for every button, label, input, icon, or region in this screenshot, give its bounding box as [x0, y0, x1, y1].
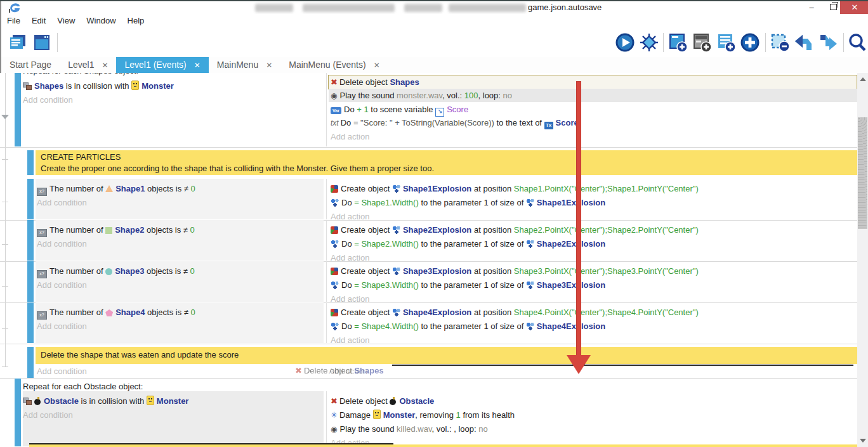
particle-icon: [526, 281, 534, 289]
menu-help[interactable]: Help: [122, 14, 150, 25]
text-segment: Do: [341, 321, 354, 331]
search-icon[interactable]: [847, 32, 867, 53]
add-event-icon[interactable]: [667, 32, 688, 53]
debug-icon[interactable]: [639, 32, 659, 53]
redo-icon[interactable]: [818, 32, 838, 53]
collision-icon: [23, 398, 32, 405]
condition-row[interactable]: x?The number of Shape4 objects is ≠ 0: [37, 306, 195, 319]
add-circle-icon[interactable]: [740, 32, 760, 53]
delete-icon: ✖: [331, 394, 338, 408]
tab-level1-events-[interactable]: Level1 (Events)✕: [116, 57, 208, 73]
tab-close-icon[interactable]: ✕: [266, 58, 272, 74]
action-row[interactable]: ✖Delete object Shapes: [331, 75, 419, 89]
scroll-up-icon[interactable]: [860, 77, 866, 81]
action-row[interactable]: Create object Shape4Explosion at positio…: [331, 306, 699, 319]
text-segment: Delete object: [339, 396, 390, 406]
toolbar-separator: [843, 33, 844, 52]
text-segment: objects is: [145, 308, 183, 317]
action-row[interactable]: VarDo + 1 to scene variable ↘Score: [331, 103, 468, 116]
condition-row[interactable]: Shapes is in collision with Monster: [23, 79, 174, 93]
play-icon[interactable]: [615, 32, 635, 53]
scene-window-icon[interactable]: [32, 32, 52, 53]
menu-window[interactable]: Window: [81, 14, 121, 25]
comment-title[interactable]: Delete the shape that was eaten and upda…: [41, 350, 239, 360]
add-comment-icon[interactable]: [716, 32, 736, 53]
add-action-button[interactable]: Add action: [331, 130, 369, 143]
tab-close-icon[interactable]: ✕: [102, 58, 108, 74]
menu-view[interactable]: View: [51, 14, 81, 25]
event-selection-bar[interactable]: [15, 73, 21, 146]
action-row[interactable]: Do = Shape2.Width() to the parameter 1 o…: [331, 237, 605, 250]
add-subevent-icon[interactable]: [692, 32, 712, 53]
create-object-icon: [331, 185, 338, 193]
tab-mainmenu[interactable]: MainMenu✕: [209, 57, 280, 73]
text-segment: Monster: [141, 81, 174, 91]
add-action-button[interactable]: Add action: [331, 334, 369, 347]
add-condition-button[interactable]: Add condition: [37, 237, 87, 250]
add-condition-button[interactable]: Add condition: [37, 320, 87, 333]
event-selection-bar[interactable]: [27, 347, 34, 364]
sound-icon: ◉: [331, 89, 337, 103]
action-row[interactable]: ✖Delete object Obstacle: [331, 394, 434, 408]
add-condition-button[interactable]: Add condition: [23, 93, 73, 107]
event-selection-bar[interactable]: [27, 261, 34, 302]
toolbar-separator: [663, 33, 664, 52]
event-selection-bar[interactable]: [27, 302, 34, 343]
condition-row[interactable]: x?The number of Shape1 objects is ≠ 0: [37, 182, 195, 195]
tab-start-page[interactable]: Start Page: [1, 57, 60, 73]
text-segment: Create object: [341, 266, 392, 276]
action-row[interactable]: ◉Play the sound monster.wav, vol.: 100, …: [331, 89, 512, 102]
condition-row[interactable]: Obstacle is in collision with Monster: [23, 394, 188, 408]
minimize-button[interactable]: –: [802, 1, 821, 15]
text-segment: Shape4.PointX("Center");Shape4.PointY("C…: [514, 308, 699, 317]
tab-level1[interactable]: Level1✕: [60, 57, 116, 73]
condition-row[interactable]: x?The number of Shape3 objects is ≠ 0: [37, 264, 195, 278]
action-row[interactable]: Do = Shape1.Width() to the parameter 1 o…: [331, 196, 605, 209]
text-segment: Delete object: [339, 77, 390, 87]
add-condition-button[interactable]: Add condition: [23, 408, 73, 422]
event-selection-bar[interactable]: [27, 179, 34, 219]
event-selection-bar[interactable]: [27, 220, 34, 261]
particle-icon: [392, 267, 400, 275]
project-manager-icon[interactable]: [8, 32, 28, 53]
scroll-down-icon[interactable]: [860, 439, 866, 443]
event-selection-bar[interactable]: [27, 364, 34, 378]
event-selection-bar[interactable]: [15, 379, 21, 446]
comment-body[interactable]: Create the proper one according to the s…: [41, 164, 434, 173]
comment-title[interactable]: CREATE PARTICLES: [41, 152, 121, 162]
action-row[interactable]: ✳Damage Monster, removing 1 from its hea…: [331, 408, 515, 422]
text-segment: The number of: [49, 308, 105, 317]
add-condition-button[interactable]: Add condition: [37, 365, 87, 378]
tab-close-icon[interactable]: ✕: [374, 58, 380, 74]
action-row[interactable]: ◉Play the sound killed.wav, vol.: , loop…: [331, 422, 488, 436]
action-row[interactable]: txtDo = "Score: " + ToString(Variable(Sc…: [331, 116, 579, 129]
menu-file[interactable]: File: [1, 14, 26, 25]
object-count-icon: x?: [37, 270, 47, 278]
undo-icon[interactable]: [794, 32, 814, 53]
add-condition-button[interactable]: Add condition: [37, 278, 87, 292]
menu-edit[interactable]: Edit: [26, 14, 51, 25]
action-row[interactable]: Create object Shape1Explosion at positio…: [331, 182, 699, 195]
close-button[interactable]: ✕: [840, 1, 868, 15]
action-row[interactable]: Create object Shape3Explosion at positio…: [331, 264, 699, 278]
event-selection-bar[interactable]: [27, 150, 34, 175]
text-segment: to the parameter 1 of size of: [419, 198, 526, 207]
scrollbar-thumb[interactable]: [858, 117, 867, 229]
action-row[interactable]: Do = Shape3.Width() to the parameter 1 o…: [331, 278, 605, 292]
delete-selection-icon[interactable]: [770, 32, 790, 53]
vertical-scrollbar[interactable]: [857, 73, 868, 447]
condition-row[interactable]: x?The number of Shape2 objects is ≠ 0: [37, 223, 195, 236]
text-segment: Shape2Explosion: [403, 225, 471, 235]
text-segment: Play the sound: [339, 424, 397, 434]
tab-mainmenu-events-[interactable]: MainMenu (Events)✕: [280, 57, 388, 73]
action-row[interactable]: Do = Shape4.Width() to the parameter 1 o…: [331, 320, 605, 333]
create-object-icon: [331, 226, 338, 234]
comment: Delete the shape that was eaten and upda…: [36, 347, 857, 364]
particle-icon: [331, 240, 339, 248]
tab-close-icon[interactable]: ✕: [194, 58, 201, 74]
add-condition-button[interactable]: Add condition: [37, 196, 87, 209]
action-row[interactable]: Create object Shape2Explosion at positio…: [331, 223, 699, 236]
redacted-title-segment: [404, 4, 442, 12]
txt-icon: txt: [331, 117, 339, 130]
text-segment: objects is: [144, 225, 183, 235]
